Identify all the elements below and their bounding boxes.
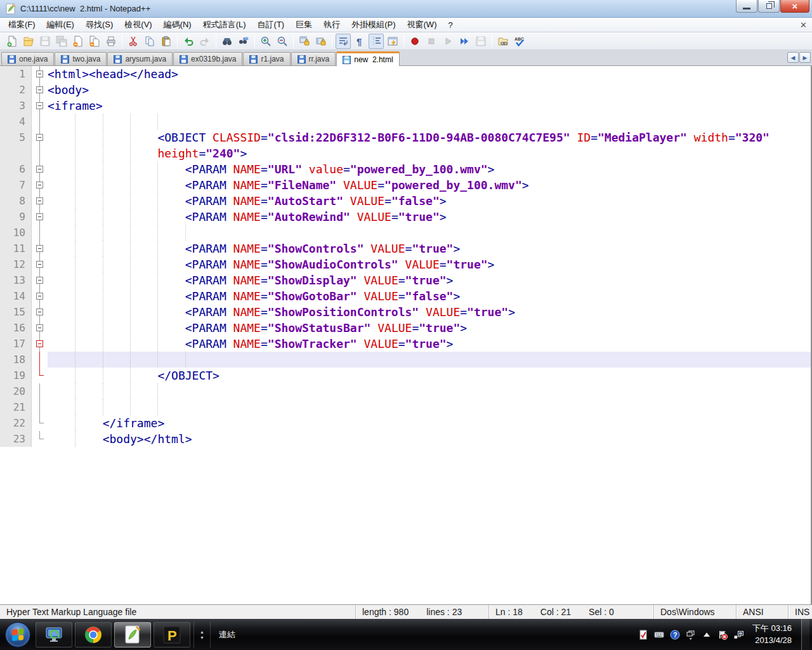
code-text[interactable] <box>48 399 811 415</box>
tab-two.java[interactable]: two.java <box>55 52 107 65</box>
macro-record-button[interactable] <box>407 34 422 49</box>
find-button[interactable] <box>219 34 235 49</box>
menu-item[interactable]: 外掛模組(P) <box>346 17 401 32</box>
code-text[interactable]: <body></html> <box>48 431 811 447</box>
redo-button[interactable] <box>197 34 213 49</box>
code-text[interactable]: </iframe> <box>48 415 811 431</box>
fold-collapse-box[interactable] <box>36 166 43 173</box>
menu-item[interactable]: 程式語言(L) <box>197 17 252 32</box>
fold-collapse-box[interactable] <box>36 308 43 315</box>
document-check-tray-icon[interactable] <box>638 629 649 640</box>
tab-arysum.java[interactable]: arysum.java <box>107 52 173 65</box>
chrome-taskbar-button[interactable] <box>75 622 112 647</box>
code-text[interactable]: <PARAM NAME="AutoRewind" VALUE="true"> <box>48 209 811 225</box>
code-text[interactable]: <PARAM NAME="ShowAudioControls" VALUE="t… <box>48 256 811 272</box>
fold-collapse-box[interactable] <box>36 213 43 220</box>
show-indent-guide-button[interactable] <box>369 34 384 49</box>
close-all-button[interactable] <box>87 34 102 49</box>
spell-check-button[interactable]: ABC <box>512 34 527 49</box>
code-text[interactable] <box>48 383 811 399</box>
close-file-button[interactable] <box>70 34 86 49</box>
menu-item[interactable]: 巨集 <box>290 17 318 32</box>
fold-collapse-box[interactable] <box>36 197 43 204</box>
start-button[interactable] <box>1 621 34 649</box>
status-encoding[interactable]: ANSI <box>736 605 788 619</box>
help-tray-icon[interactable]: ? <box>669 629 681 640</box>
code-text[interactable]: <PARAM NAME="ShowStatusBar" VALUE="true"… <box>48 320 811 336</box>
word-wrap-button[interactable] <box>336 34 351 49</box>
code-text[interactable]: <PARAM NAME="ShowTracker" VALUE="true"> <box>48 336 811 352</box>
code-text[interactable] <box>48 225 811 241</box>
code-text[interactable]: <PARAM NAME="ShowDisplay" VALUE="true"> <box>48 272 811 288</box>
menu-item[interactable]: 編輯(E) <box>41 17 80 32</box>
code-text[interactable]: height="240"> <box>48 145 811 161</box>
status-eol-format[interactable]: Dos\Windows <box>653 605 736 619</box>
folder-link-button[interactable] <box>495 34 511 49</box>
taskbar-clock[interactable]: 下午 03:16 2013/4/28 <box>749 623 797 647</box>
menu-item[interactable]: 自訂(T) <box>252 17 291 32</box>
code-text[interactable]: <PARAM NAME="ShowPositionControls" VALUE… <box>48 304 811 320</box>
tab-scroll-left-button[interactable]: ◀ <box>787 52 799 63</box>
links-toolbar-chevrons[interactable]: ▲▼ <box>196 630 208 640</box>
fold-collapse-box[interactable] <box>36 134 43 141</box>
show-hidden-icons-button[interactable] <box>701 629 712 640</box>
undo-button[interactable] <box>181 34 196 49</box>
input-method-keyboard-icon[interactable] <box>653 629 665 640</box>
fold-collapse-box[interactable] <box>36 86 43 93</box>
open-file-button[interactable] <box>21 34 36 49</box>
tab-new-2.html[interactable]: new 2.html <box>336 51 399 66</box>
code-text[interactable] <box>48 114 811 129</box>
replace-button[interactable]: ab <box>236 34 251 49</box>
show-all-characters-button[interactable]: ¶ <box>352 34 367 49</box>
code-text[interactable]: <body> <box>48 82 811 98</box>
remote-desktop-taskbar-button[interactable] <box>36 622 72 647</box>
show-desktop-button[interactable] <box>801 619 809 650</box>
menu-item[interactable]: 執行 <box>318 17 346 32</box>
code-text[interactable] <box>48 352 811 368</box>
tab-rr.java[interactable]: rr.java <box>291 52 336 65</box>
links-toolbar-label[interactable]: 連結 <box>213 629 242 640</box>
save-button[interactable] <box>37 34 53 49</box>
zoom-out-button[interactable] <box>275 34 290 49</box>
tab-r1.java[interactable]: r1.java <box>243 52 290 65</box>
code-text[interactable]: <PARAM NAME="URL" value="powered_by_100.… <box>48 161 811 177</box>
fold-collapse-box[interactable] <box>36 261 43 268</box>
copy-button[interactable] <box>142 34 157 49</box>
fold-collapse-box[interactable] <box>36 293 43 300</box>
fold-collapse-box[interactable] <box>36 324 43 331</box>
code-text[interactable]: <html><head></head> <box>48 66 811 82</box>
sync-horizontal-scroll-button[interactable] <box>313 34 329 49</box>
menu-item[interactable]: 編碼(N) <box>158 17 197 32</box>
fold-collapse-box[interactable] <box>36 340 43 347</box>
macro-stop-button[interactable] <box>424 34 439 49</box>
new-file-button[interactable] <box>4 34 20 49</box>
code-text[interactable]: </OBJECT> <box>48 368 811 383</box>
fold-collapse-box[interactable] <box>36 102 43 109</box>
tab-ex0319b.java[interactable]: ex0319b.java <box>173 52 242 65</box>
sync-vertical-scroll-button[interactable] <box>297 34 312 49</box>
menu-item[interactable]: 檔案(F) <box>3 17 41 32</box>
code-text[interactable]: <PARAM NAME="FileName" VALUE="powered_by… <box>48 177 811 193</box>
action-center-flag-icon[interactable] <box>717 629 728 640</box>
code-text[interactable]: <PARAM NAME="ShowGotoBar" VALUE="false"> <box>48 288 811 304</box>
pietty-taskbar-button[interactable]: P <box>154 622 190 647</box>
paste-button[interactable] <box>159 34 174 49</box>
print-button[interactable] <box>103 34 119 49</box>
fold-collapse-box[interactable] <box>36 245 43 252</box>
fold-collapse-box[interactable] <box>36 70 43 77</box>
macro-save-button[interactable] <box>473 34 488 49</box>
menu-item[interactable]: 尋找(S) <box>80 17 119 32</box>
menu-item[interactable]: 視窗(W) <box>402 17 443 32</box>
language-bar-icon[interactable] <box>685 629 697 640</box>
editor-area[interactable]: 1<html><head></head>2<body>3<iframe>45<O… <box>0 66 812 604</box>
tab-scroll-right-button[interactable]: ▶ <box>799 52 811 63</box>
close-document-x-button[interactable]: ✕ <box>800 20 807 30</box>
macro-play-button[interactable] <box>440 34 455 49</box>
restore-button[interactable] <box>758 0 780 13</box>
minimize-button[interactable] <box>736 0 757 13</box>
save-all-button[interactable] <box>54 34 69 49</box>
menu-item[interactable]: 檢視(V) <box>119 17 157 32</box>
status-insert-mode[interactable]: INS <box>788 605 812 619</box>
fold-collapse-box[interactable] <box>36 277 43 284</box>
menu-item[interactable]: ? <box>442 18 458 32</box>
